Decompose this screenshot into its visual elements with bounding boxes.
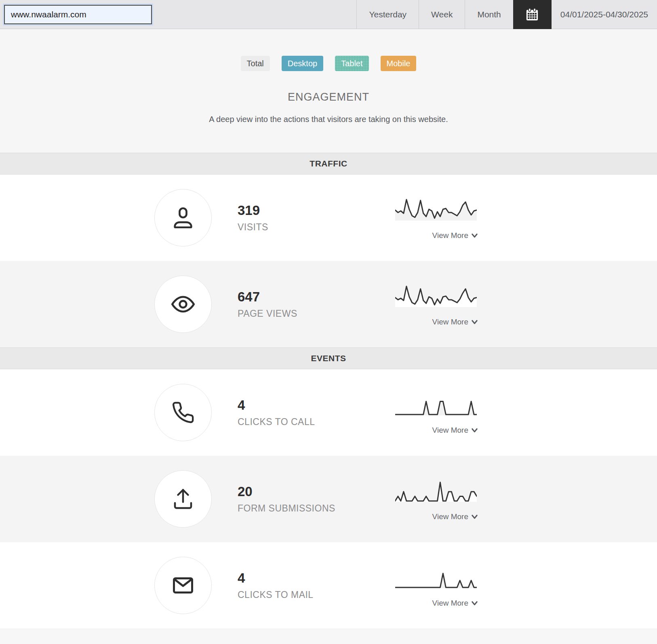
form-submissions-stat: 20 FORM SUBMISSIONS [238,484,335,514]
page-views-label: PAGE VIEWS [238,308,297,319]
form-submissions-value: 20 [238,484,335,499]
phone-icon [171,401,195,424]
chevron-down-icon [472,601,478,606]
date-range-controls: Yesterday Week Month 04/01/2025-04/30/20… [356,0,657,29]
view-more-label: View More [432,318,468,326]
clicks-to-mail-stat: 4 CLICKS TO MAIL [238,570,314,600]
clicks-to-call-label: CLICKS TO CALL [238,417,315,427]
form-submissions-sparkline [395,478,477,502]
tab-month[interactable]: Month [465,0,513,29]
clicks-to-call-stat: 4 CLICKS TO CALL [238,398,315,427]
view-more-label: View More [432,599,468,608]
chevron-down-icon [472,428,478,433]
metric-row-page-views: 647 PAGE VIEWS View More [0,261,657,347]
upload-icon [171,487,195,511]
clicks-to-call-icon-circle [154,384,212,441]
visits-value: 319 [238,203,268,218]
mail-icon [171,573,195,598]
eye-icon [170,291,196,317]
page-subtitle: A deep view into the actions that visito… [0,115,657,124]
clicks-to-mail-value: 4 [238,570,314,586]
clicks-to-mail-icon-circle [154,557,212,614]
engagement-intro: Total Desktop Tablet Mobile ENGAGEMENT A… [0,29,657,153]
page-views-view-more[interactable]: View More [395,318,478,326]
visits-stat: 319 VISITS [238,203,268,233]
section-header-traffic: TRAFFIC [0,153,657,175]
clicks-to-call-sparkline [395,392,477,415]
visits-icon-circle [154,189,212,246]
filter-total-button[interactable]: Total [241,56,270,71]
selected-date-range: 04/01/2025-04/30/2025 [552,0,657,29]
filter-tablet-button[interactable]: Tablet [335,56,369,71]
metric-row-form-submissions: 20 FORM SUBMISSIONS View More [0,456,657,542]
section-header-events: EVENTS [0,347,657,369]
clicks-to-call-value: 4 [238,398,315,413]
clicks-to-mail-sparkline [395,565,477,588]
website-url-input[interactable] [4,5,152,24]
page-title: ENGAGEMENT [0,91,657,103]
user-icon [171,205,196,230]
metric-row-clicks-to-call: 4 CLICKS TO CALL View More [0,369,657,456]
view-more-label: View More [432,512,468,521]
visits-sparkline [395,197,477,221]
form-submissions-icon-circle [154,470,212,528]
tab-yesterday[interactable]: Yesterday [356,0,419,29]
clicks-to-mail-label: CLICKS TO MAIL [238,589,314,600]
page-views-sparkline [395,284,477,307]
chevron-down-icon [472,233,478,238]
device-filter-row: Total Desktop Tablet Mobile [0,29,657,71]
footer-band [0,629,657,644]
form-submissions-label: FORM SUBMISSIONS [238,503,335,514]
page-views-value: 647 [238,289,297,305]
filter-desktop-button[interactable]: Desktop [282,56,323,71]
visits-view-more[interactable]: View More [395,231,478,240]
view-more-label: View More [432,426,468,435]
custom-range-button[interactable] [513,0,552,29]
page-views-stat: 647 PAGE VIEWS [238,289,297,319]
view-more-label: View More [432,231,468,240]
form-submissions-view-more[interactable]: View More [395,512,478,521]
chevron-down-icon [472,320,478,325]
page-views-icon-circle [154,276,212,333]
metric-row-clicks-to-mail: 4 CLICKS TO MAIL View More [0,542,657,629]
visits-label: VISITS [238,222,268,233]
top-bar: Yesterday Week Month 04/01/2025-04/30/20… [0,0,657,29]
clicks-to-mail-view-more[interactable]: View More [395,599,478,608]
metric-row-visits: 319 VISITS View More [0,175,657,261]
clicks-to-call-view-more[interactable]: View More [395,426,478,435]
filter-mobile-button[interactable]: Mobile [381,56,417,71]
calendar-icon [525,7,539,22]
chevron-down-icon [472,514,478,520]
tab-week[interactable]: Week [419,0,465,29]
